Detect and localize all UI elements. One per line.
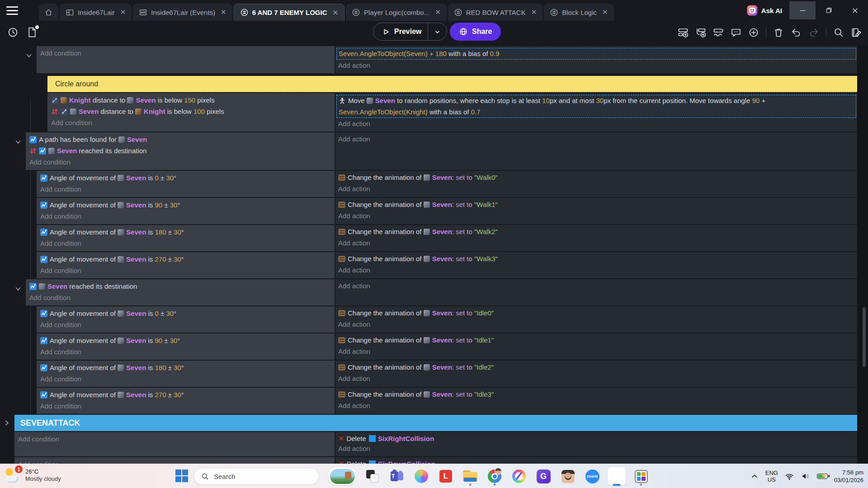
undo-icon[interactable] bbox=[791, 27, 802, 38]
collapse-chevron-icon[interactable] bbox=[15, 139, 21, 145]
minimize-button[interactable] bbox=[789, 1, 816, 19]
delete-icon[interactable] bbox=[773, 27, 784, 38]
add-condition-link[interactable]: Add condition bbox=[18, 460, 335, 464]
clock[interactable]: 7:56 pm 03/01/2026 bbox=[834, 469, 863, 484]
add-condition-link[interactable]: Add condition bbox=[40, 211, 335, 221]
add-condition-link[interactable]: Add condition bbox=[51, 118, 335, 128]
tab-player-logic-combo[interactable]: Player Logic(combo...✕ bbox=[346, 4, 447, 21]
ask-ai-button[interactable]: Ask AI bbox=[746, 5, 782, 16]
add-condition-link[interactable]: Add condition bbox=[40, 48, 335, 58]
add-action-link[interactable]: Add action bbox=[338, 211, 857, 221]
action-line-selected[interactable]: Seven.AngleToObject(Seven) + 180 with a … bbox=[336, 48, 856, 60]
action-line[interactable]: Change the animation of Seven: set to "I… bbox=[338, 308, 857, 319]
action-line[interactable]: Change the animation of Seven: set to "W… bbox=[338, 227, 857, 238]
taskbar-icon-chrome[interactable] bbox=[486, 466, 504, 486]
condition-line[interactable]: Angle of movement of Seven is 180 ± 30° bbox=[40, 227, 335, 239]
preview-button[interactable]: Preview bbox=[373, 23, 447, 41]
condition-line[interactable]: Seven distance to Knight is below 100 pi… bbox=[51, 107, 335, 118]
action-line[interactable]: Change the animation of Seven: set to "W… bbox=[338, 200, 857, 211]
add-condition-link[interactable]: Add condition bbox=[18, 434, 335, 444]
condition-line[interactable]: Angle of movement of Seven is 180 ± 30° bbox=[40, 363, 335, 374]
share-button[interactable]: Share bbox=[450, 23, 501, 41]
tab-close-icon[interactable]: ✕ bbox=[435, 8, 441, 16]
add-condition-link[interactable]: Add condition bbox=[40, 239, 335, 249]
add-action-link[interactable]: Add action bbox=[338, 238, 857, 248]
save-icon[interactable] bbox=[26, 27, 38, 38]
add-action-link[interactable]: Add action bbox=[338, 184, 857, 194]
action-line[interactable]: Change the animation of Seven: set to "I… bbox=[338, 389, 857, 401]
add-condition-link[interactable]: Add condition bbox=[40, 401, 335, 411]
add-action-link[interactable]: Add action bbox=[338, 347, 857, 357]
tab-close-icon[interactable]: ✕ bbox=[221, 8, 226, 16]
add-event-icon[interactable] bbox=[678, 27, 689, 38]
add-circle-icon[interactable] bbox=[748, 27, 759, 38]
edit-event-sheet-icon[interactable] bbox=[851, 27, 862, 38]
tab-close-icon[interactable]: ✕ bbox=[120, 8, 126, 16]
add-action-link[interactable]: Add action bbox=[338, 374, 857, 384]
tab-inside67lair-events[interactable]: Inside67Lair (Events)✕ bbox=[133, 4, 232, 21]
condition-line[interactable]: Seven reached its destination bbox=[29, 282, 335, 293]
taskbar-icon-copilot[interactable] bbox=[412, 466, 430, 486]
condition-line[interactable]: Angle of movement of Seven is 0 ± 30° bbox=[40, 309, 335, 320]
main-menu-button[interactable] bbox=[6, 5, 20, 16]
action-line[interactable]: ✕Delete SixDownCollision bbox=[338, 459, 857, 464]
close-button[interactable] bbox=[842, 1, 868, 19]
taskbar-icon-profile-app[interactable] bbox=[559, 466, 577, 486]
condition-line[interactable]: Angle of movement of Seven is 270 ± 30° bbox=[40, 390, 335, 401]
action-line[interactable]: ✕Delete SixRightCollision bbox=[338, 434, 857, 444]
add-condition-link[interactable]: Add condition bbox=[40, 347, 335, 357]
tab-red-bow-attack[interactable]: RED BOW ATTACK✕ bbox=[448, 4, 543, 21]
tab-close-icon[interactable]: ✕ bbox=[333, 9, 339, 17]
taskbar-icon-paint[interactable] bbox=[510, 466, 528, 486]
weather-widget[interactable]: 1 26°C Mostly cloudy bbox=[5, 466, 61, 484]
add-action-link[interactable]: Add action bbox=[338, 444, 857, 454]
add-condition-link[interactable]: Add condition bbox=[40, 184, 335, 194]
add-condition-link[interactable]: Add condition bbox=[40, 374, 335, 384]
tab-close-icon[interactable]: ✕ bbox=[602, 8, 608, 16]
taskbar-icon-task-view[interactable] bbox=[363, 466, 382, 486]
collapse-chevron-icon[interactable] bbox=[15, 286, 21, 292]
action-line[interactable]: Change the animation of Seven: set to "I… bbox=[338, 362, 857, 374]
add-action-link[interactable]: Add action bbox=[338, 61, 857, 70]
add-action-link[interactable]: Add action bbox=[338, 265, 857, 275]
comment-block[interactable]: Circle around bbox=[47, 76, 857, 92]
condition-line[interactable]: A path has been found for Seven bbox=[29, 135, 335, 146]
taskbar-icon-zoom-app[interactable]: zoom bbox=[583, 466, 601, 486]
taskbar-icon-construct-app[interactable]: G bbox=[534, 466, 552, 486]
action-line[interactable]: Change the animation of Seven: set to "W… bbox=[338, 173, 857, 184]
volume-icon[interactable] bbox=[801, 471, 811, 481]
add-condition-link[interactable]: Add condition bbox=[40, 320, 335, 330]
condition-line[interactable]: Angle of movement of Seven is 90 ± 30° bbox=[40, 336, 335, 347]
add-condition-link[interactable]: Add condition bbox=[29, 157, 335, 167]
add-action-link[interactable]: Add action bbox=[338, 281, 857, 291]
add-action-icon[interactable] bbox=[713, 27, 724, 38]
taskbar-icon-file-explorer[interactable] bbox=[461, 466, 479, 486]
add-action-link[interactable]: Add action bbox=[338, 319, 857, 329]
tab-home[interactable] bbox=[39, 4, 58, 21]
action-line[interactable]: Change the animation of Seven: set to "I… bbox=[338, 335, 857, 347]
add-comment-icon[interactable] bbox=[731, 27, 741, 38]
taskbar-icon-microsoft-teams[interactable]: T bbox=[388, 466, 406, 486]
preview-dropdown-button[interactable] bbox=[428, 23, 447, 40]
vertical-scrollbar[interactable] bbox=[863, 307, 866, 367]
tab-6-and-7-enemy-logic[interactable]: 6 AND 7 ENEMY LOGIC✕ bbox=[234, 4, 344, 21]
collapse-chevron-icon[interactable] bbox=[4, 420, 10, 426]
condition-line[interactable]: Angle of movement of Seven is 270 ± 30° bbox=[40, 254, 335, 266]
maximize-button[interactable] bbox=[816, 1, 842, 19]
wifi-icon[interactable] bbox=[784, 471, 794, 481]
add-condition-link[interactable]: Add condition bbox=[29, 293, 335, 303]
add-action-link[interactable]: Add action bbox=[338, 119, 857, 129]
add-action-link[interactable]: Add action bbox=[338, 401, 857, 411]
start-button[interactable] bbox=[175, 469, 189, 483]
tab-close-icon[interactable]: ✕ bbox=[531, 8, 537, 16]
action-line[interactable]: Change the animation of Seven: set to "W… bbox=[338, 254, 857, 265]
battery-icon[interactable]: ⚡ bbox=[817, 474, 828, 479]
condition-line[interactable]: Angle of movement of Seven is 0 ± 30° bbox=[40, 173, 335, 184]
language-switcher[interactable]: ENG US bbox=[765, 469, 778, 483]
history-icon[interactable] bbox=[7, 27, 19, 38]
action-line-selected[interactable]: Move Seven to random positions, where ea… bbox=[336, 95, 856, 118]
condition-line[interactable]: Seven reached its destination bbox=[29, 146, 335, 157]
taskbar-icon-grid-app[interactable] bbox=[632, 466, 650, 486]
tab-inside67lair[interactable]: Inside67Lair✕ bbox=[60, 4, 132, 21]
add-action-link[interactable]: Add action bbox=[338, 134, 857, 144]
